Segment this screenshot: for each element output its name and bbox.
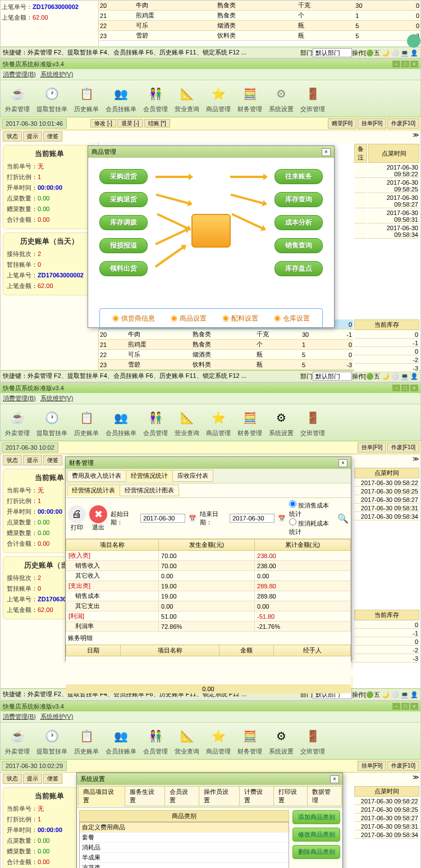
purchase-in-btn[interactable]: 采购进货 [99, 169, 148, 184]
maximize-button[interactable]: □ [401, 61, 409, 67]
app-title: 快餐店系统标准版v3.4 [3, 60, 64, 68]
return-btn[interactable]: 退菜 [-] [117, 119, 143, 127]
tb-finance[interactable]: 🧮财务管理 [234, 83, 266, 115]
add-cat-btn[interactable]: 添加商品类别 [292, 810, 340, 824]
tb-member-mgmt[interactable]: 👫会员管理 [140, 83, 171, 115]
close-icon[interactable]: × [338, 459, 347, 467]
expand-icon[interactable]: ≫ [413, 131, 419, 141]
material-out-btn[interactable]: 领料出货 [99, 261, 148, 276]
mod-cat-btn[interactable]: 修改商品类别 [292, 828, 340, 842]
tab-note[interactable]: 便签 [43, 131, 62, 141]
hang-btn[interactable]: 挂单[F9] [358, 118, 386, 129]
close-icon[interactable]: × [322, 148, 331, 156]
last-amt-value: 62.00 [33, 14, 48, 21]
cost-analysis-btn[interactable]: 成本分析 [274, 215, 323, 230]
last-amt-label: 上笔金额： [2, 14, 33, 21]
menu-consume[interactable]: 消费管理(B) [3, 71, 36, 77]
history-title: 历史账单（当天） [7, 236, 92, 246]
goods-config-link[interactable]: ◉ 商品设置 [171, 313, 206, 323]
gift-btn[interactable]: 赠菜[F8] [328, 118, 356, 129]
last-no-value: ZD17063000002 [33, 3, 79, 10]
box-icon [191, 214, 231, 248]
cal-icon[interactable]: 📅 [189, 515, 196, 522]
checkout-btn[interactable]: 结账 [*] [144, 119, 170, 127]
radio-sales-cost[interactable]: 按消售成本统计 [289, 502, 329, 517]
cal-icon[interactable]: 📅 [278, 515, 286, 522]
tb-settings[interactable]: ⚙系统设置 [266, 83, 297, 115]
tb-shift[interactable]: 🚪交班管理 [297, 83, 328, 115]
tab-status[interactable]: 状态 [3, 131, 22, 141]
tab-operator[interactable]: 操作员设置 [199, 786, 240, 806]
exit-icon[interactable]: ✖ [89, 505, 107, 523]
tab-operation[interactable]: 经营情况统计 [126, 470, 173, 482]
category-list[interactable]: 自定义费用商品 套餐 消耗品 半成果 凉菜类 汤类 烟酒类 [79, 822, 289, 868]
tab-waiter[interactable]: 服务生设置 [125, 786, 166, 806]
current-bill-title: 当前账单 [7, 149, 92, 159]
tab-expense[interactable]: 费用及收入统计表 [67, 470, 126, 482]
stock-check-btn[interactable]: 库存盘点 [274, 261, 323, 276]
tab-billing[interactable]: 计费设置 [239, 786, 274, 806]
print-icon[interactable]: 🖨 [68, 505, 86, 523]
end-date-input[interactable] [230, 514, 274, 523]
radio-consume-cost[interactable]: 按消耗成本统计 [289, 520, 329, 535]
time-display: 2017-06-30 10:01:46 [2, 118, 67, 129]
items-grid[interactable]: 20牛肉熟食类千克300 21煎鸡蛋熟食类个10 22可乐烟酒类瓶50 23雪碧… [99, 1, 420, 41]
tb-takeout[interactable]: ☕外卖管理 [2, 83, 33, 115]
dlg-finance-title: 财务管理 [69, 459, 94, 467]
modify-btn[interactable]: 修改 [-] [90, 119, 116, 127]
recipe-config-link[interactable]: ◉ 配料设置 [222, 313, 258, 323]
tab-goods-item[interactable]: 商品项目设置 [78, 786, 125, 806]
corner-badge [407, 34, 420, 48]
subtab-table[interactable]: 经营情况统计表 [67, 485, 120, 496]
purchase-return-btn[interactable]: 采购退货 [99, 192, 148, 207]
report-table: 项目名称发生金额(元)累计金额(元) [收入类]70.00238.00 销售收入… [66, 539, 351, 632]
stock-transfer-btn[interactable]: 库存调拨 [99, 215, 148, 230]
start-date-input[interactable] [140, 514, 185, 523]
subtab-chart[interactable]: 经营情况统计图表 [120, 485, 179, 496]
tb-goods-mgmt[interactable]: ⭐商品管理 [203, 83, 234, 115]
hotkey-hint: 快捷键：外卖管理 F2、提取暂挂单 F4、会员挂账单 F6、历史账单 F11、锁… [3, 48, 246, 57]
dlg-settings-title: 系统设置 [80, 775, 105, 783]
menu-system[interactable]: 系统维护(V) [40, 71, 74, 77]
tb-retrieve[interactable]: 🕐提取暂挂单 [33, 83, 71, 115]
close-icon[interactable]: × [330, 775, 339, 783]
minimize-button[interactable]: − [392, 61, 400, 67]
void-btn[interactable]: 作废[F10] [387, 118, 419, 129]
tab-data[interactable]: 数据管理 [307, 786, 342, 806]
tb-biz-query[interactable]: 📐营业查询 [171, 83, 203, 115]
tab-arap[interactable]: 应收应付表 [172, 470, 213, 482]
dlg-goods-title: 商品管理 [91, 148, 116, 156]
stock-query-btn[interactable]: 库存查询 [274, 192, 323, 207]
tb-member-bill[interactable]: 👥会员挂账单 [102, 83, 140, 115]
search-icon[interactable]: 🔍 [337, 513, 349, 524]
tb-history[interactable]: 📋历史账单 [71, 83, 102, 115]
dept-select[interactable] [313, 48, 352, 57]
last-no-label: 上笔单号： [2, 3, 33, 10]
ar-ap-btn[interactable]: 往来账务 [274, 169, 323, 184]
tab-prompt[interactable]: 提示 [23, 131, 42, 141]
warehouse-config-link[interactable]: ◉ 仓库设置 [274, 313, 309, 323]
tab-member[interactable]: 会员设置 [164, 786, 199, 806]
sales-query-btn[interactable]: 销售查询 [274, 238, 323, 253]
tab-print[interactable]: 打印设置 [273, 786, 308, 806]
loss-overflow-btn[interactable]: 报损报溢 [99, 238, 148, 253]
close-button[interactable]: × [410, 61, 418, 67]
del-cat-btn[interactable]: 删除商品类别 [292, 845, 340, 859]
dept-select[interactable] [313, 372, 352, 381]
supplier-link[interactable]: ◉ 供货商信息 [112, 313, 154, 323]
